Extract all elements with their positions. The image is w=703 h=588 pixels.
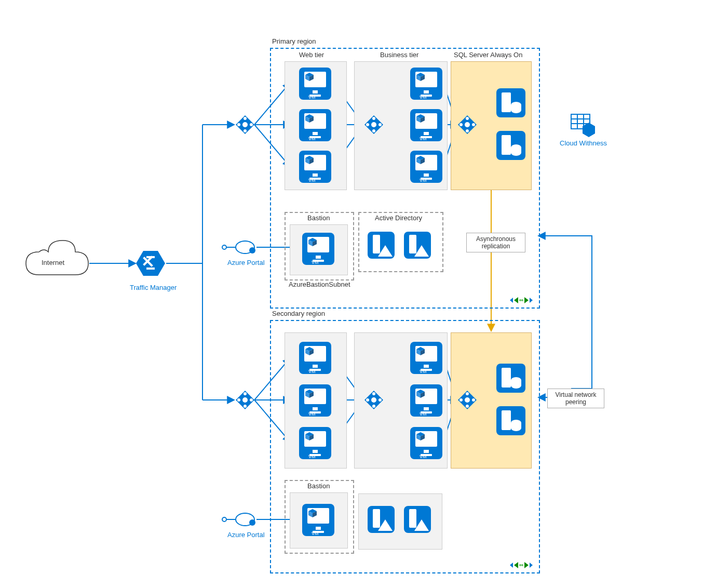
svg-point-113: [237, 398, 240, 402]
svg-point-118: [372, 405, 375, 408]
azure-portal-label-primary: Azure Portal: [227, 259, 265, 266]
svg-point-106: [466, 129, 469, 132]
svg-point-94: [244, 129, 247, 132]
load-balancer-icon: [364, 391, 383, 409]
load-balancer-icon: [236, 391, 254, 409]
svg-point-117: [372, 392, 375, 395]
svg-point-119: [366, 398, 369, 402]
vm-icon: VM: [299, 68, 331, 100]
ad-server-icon: [404, 506, 431, 533]
svg-point-111: [244, 392, 247, 395]
vm-icon: VM: [410, 151, 442, 183]
sql-server-icon: [496, 88, 525, 117]
bastion-subnet-label-primary: AzureBastionSubnet: [289, 280, 350, 288]
load-balancer-icon: [458, 115, 477, 134]
vnet-peering-label: Virtual network peering: [547, 389, 604, 408]
vm-icon: VM: [410, 109, 442, 141]
svg-point-98: [371, 122, 376, 127]
svg-point-107: [459, 123, 463, 126]
primary-region-label: Primary region: [272, 37, 316, 45]
vm-icon: VM: [299, 109, 331, 141]
load-balancer-icon: [364, 115, 383, 134]
svg-point-123: [466, 392, 469, 395]
vm-icon: VM: [410, 68, 442, 100]
svg-point-126: [472, 398, 475, 402]
vm-icon: VM: [410, 427, 442, 459]
azure-portal-icon-primary: [236, 241, 255, 253]
traffic-manager-label: Traffic Manager: [130, 284, 177, 291]
svg-point-114: [250, 398, 253, 402]
vm-icon: VM: [299, 151, 331, 183]
svg-point-122: [465, 397, 470, 403]
svg-point-120: [378, 398, 382, 402]
svg-point-4: [222, 245, 226, 249]
vm-icon: VM: [410, 384, 442, 417]
sql-server-icon: [496, 406, 525, 435]
vm-icon: VM: [299, 342, 331, 374]
ad-server-icon: [404, 232, 431, 259]
svg-point-8: [222, 517, 226, 522]
svg-point-101: [366, 123, 369, 126]
svg-point-95: [237, 123, 240, 126]
svg-point-112: [244, 405, 247, 408]
sql-server-icon: [496, 364, 525, 393]
ad-label-primary: Active Directory: [375, 214, 422, 222]
sql-label-primary: SQL Server Always On: [454, 51, 522, 59]
svg-point-125: [459, 398, 463, 402]
azure-portal-icon-secondary: [236, 513, 255, 526]
business-tier-label-primary: Business tier: [380, 51, 418, 59]
ad-server-icon: [368, 232, 395, 259]
cloud-witness-icon: [571, 114, 595, 137]
internet-label: Internet: [42, 259, 64, 266]
svg-point-92: [242, 122, 248, 127]
svg-point-105: [466, 117, 469, 120]
svg-point-108: [472, 123, 475, 126]
secondary-region-label: Secondary region: [272, 310, 325, 317]
svg-point-100: [372, 129, 375, 132]
vm-icon: VM: [410, 342, 442, 374]
svg-point-124: [466, 405, 469, 408]
internet-icon: [26, 240, 88, 275]
web-tier-label-primary: Web tier: [299, 51, 324, 59]
svg-point-104: [465, 122, 470, 127]
svg-point-7: [249, 519, 255, 526]
vm-icon: VM: [299, 427, 331, 459]
bastion-label-primary: Bastion: [307, 214, 330, 222]
ad-server-icon: [368, 506, 395, 533]
sql-server-icon: [496, 131, 525, 160]
svg-point-99: [372, 117, 375, 120]
svg-point-93: [244, 117, 247, 120]
vm-icon: VM: [302, 504, 334, 536]
vm-icon: VM: [302, 233, 334, 265]
svg-point-116: [371, 397, 376, 403]
bastion-label-secondary: Bastion: [307, 482, 330, 490]
svg-point-96: [250, 123, 253, 126]
cloud-witness-label: Cloud Withness: [560, 139, 607, 147]
azure-portal-label-secondary: Azure Portal: [227, 531, 265, 539]
load-balancer-icon: [458, 391, 477, 409]
vm-icon: VM: [299, 384, 331, 417]
conn-peering-to-primary: [539, 236, 592, 389]
svg-point-110: [242, 397, 248, 403]
load-balancer-icon: [236, 115, 254, 134]
async-replication-label: Asynchronous replication: [466, 233, 525, 252]
svg-point-3: [249, 247, 255, 253]
architecture-diagram: Internet Traffic Manager Azure Portal Az…: [0, 0, 703, 588]
svg-point-102: [378, 123, 382, 126]
traffic-manager-icon: [136, 251, 165, 276]
